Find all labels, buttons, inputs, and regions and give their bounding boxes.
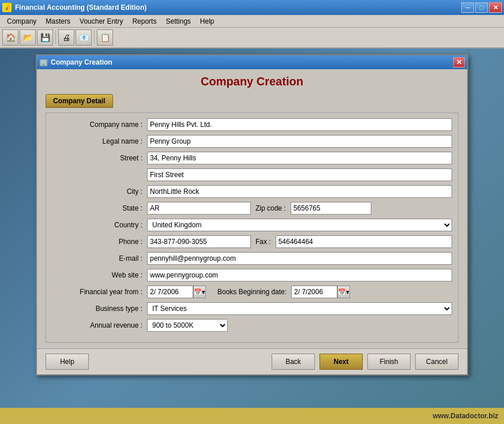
toolbar-copy[interactable]: 📋 bbox=[97, 29, 113, 46]
toolbar-email[interactable]: 📧 bbox=[76, 29, 92, 46]
legal-name-row: Legal name : bbox=[52, 134, 452, 148]
menu-company[interactable]: Company bbox=[2, 16, 41, 27]
toolbar: 🏠 📂 💾 🖨 📧 📋 bbox=[0, 28, 504, 48]
email-label: E-mail : bbox=[52, 254, 147, 262]
website-input[interactable] bbox=[147, 269, 452, 282]
fax-label: Fax : bbox=[255, 238, 271, 246]
books-beginning-group: 📅▾ bbox=[291, 286, 350, 298]
status-bar: www.Datadoctor.biz bbox=[0, 408, 504, 424]
dialog-content: Company Creation Company Detail Company … bbox=[37, 69, 467, 348]
dialog-close-button[interactable]: ✕ bbox=[453, 57, 465, 67]
business-type-row: Business type : IT Services Manufacturin… bbox=[52, 302, 452, 316]
toolbar-separator bbox=[55, 31, 56, 44]
legal-name-input[interactable] bbox=[147, 135, 452, 148]
zip-label: Zip code : bbox=[255, 204, 286, 212]
app-title: Financial Accounting (Standard Edition) bbox=[15, 3, 146, 12]
zip-input[interactable] bbox=[291, 202, 371, 215]
state-input[interactable] bbox=[147, 202, 251, 215]
menu-voucher-entry[interactable]: Voucher Entry bbox=[75, 16, 127, 27]
dialog-title: Company Creation bbox=[51, 58, 112, 66]
books-beginning-input[interactable] bbox=[291, 286, 337, 298]
minimize-button[interactable]: ─ bbox=[461, 2, 474, 13]
dialog-icon: 🏢 bbox=[39, 58, 48, 66]
annual-revenue-row: Annual revenue : 900 to 5000K Under 900K… bbox=[52, 318, 452, 332]
status-text: www.Datadoctor.biz bbox=[432, 412, 498, 420]
title-bar: 💰 Financial Accounting (Standard Edition… bbox=[0, 0, 504, 15]
title-bar-left: 💰 Financial Accounting (Standard Edition… bbox=[2, 3, 146, 12]
city-input[interactable] bbox=[147, 185, 452, 198]
phone-input[interactable] bbox=[147, 235, 251, 248]
toolbar-print[interactable]: 🖨 bbox=[58, 29, 74, 46]
books-beginning-label: Books Beginning date: bbox=[217, 288, 287, 296]
business-type-label: Business type : bbox=[52, 305, 147, 313]
financial-year-label: Financial year from : bbox=[52, 288, 147, 296]
state-label: State : bbox=[52, 204, 147, 212]
business-type-select[interactable]: IT Services Manufacturing Retail Finance… bbox=[147, 302, 452, 315]
legal-name-label: Legal name : bbox=[52, 137, 147, 145]
toolbar-open[interactable]: 📂 bbox=[20, 29, 36, 46]
dialog-footer: Help Back Next Finish Cancel bbox=[37, 348, 467, 374]
state-zip-row: State : Zip code : bbox=[52, 201, 452, 215]
menu-bar: Company Masters Voucher Entry Reports Se… bbox=[0, 15, 504, 28]
maximize-button[interactable]: □ bbox=[475, 2, 488, 13]
city-label: City : bbox=[52, 187, 147, 196]
form-title: Company Creation bbox=[46, 75, 458, 88]
content-area: 🏢 Company Creation ✕ Company Creation Co… bbox=[0, 48, 504, 408]
help-button[interactable]: Help bbox=[46, 354, 89, 370]
menu-masters[interactable]: Masters bbox=[41, 16, 75, 27]
phone-label: Phone : bbox=[52, 238, 147, 246]
cancel-button[interactable]: Cancel bbox=[415, 354, 458, 370]
financial-year-row: Financial year from : 📅▾ Books Beginning… bbox=[52, 285, 452, 299]
street-input-2[interactable] bbox=[147, 168, 452, 181]
country-select[interactable]: United Kingdom United States India Canad… bbox=[147, 219, 452, 231]
finish-button[interactable]: Finish bbox=[367, 354, 411, 370]
company-name-label: Company name : bbox=[52, 121, 147, 129]
street-input-1[interactable] bbox=[147, 152, 452, 164]
email-input[interactable] bbox=[147, 252, 452, 265]
street-row-2 bbox=[52, 168, 452, 182]
financial-year-group: 📅▾ bbox=[147, 286, 206, 298]
close-button[interactable]: ✕ bbox=[489, 2, 502, 13]
back-button[interactable]: Back bbox=[272, 354, 315, 370]
website-row: Web site : bbox=[52, 268, 452, 282]
fax-input[interactable] bbox=[276, 235, 452, 248]
toolbar-home[interactable]: 🏠 bbox=[2, 29, 18, 46]
annual-revenue-select[interactable]: 900 to 5000K Under 900K 5000K to 10000K … bbox=[147, 319, 228, 332]
form-section: Company name : Legal name : Street : bbox=[46, 112, 458, 343]
toolbar-separator-2 bbox=[94, 31, 95, 44]
toolbar-save[interactable]: 💾 bbox=[37, 29, 53, 46]
footer-right-buttons: Back Next Finish Cancel bbox=[272, 354, 458, 370]
phone-fax-row: Phone : Fax : bbox=[52, 235, 452, 249]
title-bar-controls: ─ □ ✕ bbox=[461, 2, 502, 13]
app-icon: 💰 bbox=[2, 3, 12, 12]
main-window: 💰 Financial Accounting (Standard Edition… bbox=[0, 0, 504, 424]
country-row: Country : United Kingdom United States I… bbox=[52, 218, 452, 232]
city-row: City : bbox=[52, 185, 452, 198]
company-creation-dialog: 🏢 Company Creation ✕ Company Creation Co… bbox=[36, 54, 468, 376]
country-label: Country : bbox=[52, 221, 147, 229]
street-row-1: Street : bbox=[52, 151, 452, 165]
dialog-title-bar: 🏢 Company Creation ✕ bbox=[37, 55, 467, 69]
company-name-row: Company name : bbox=[52, 118, 452, 132]
menu-settings[interactable]: Settings bbox=[161, 16, 195, 27]
website-label: Web site : bbox=[52, 271, 147, 279]
email-row: E-mail : bbox=[52, 252, 452, 265]
menu-reports[interactable]: Reports bbox=[127, 16, 161, 27]
company-detail-tab[interactable]: Company Detail bbox=[46, 94, 113, 108]
next-button[interactable]: Next bbox=[319, 354, 363, 370]
financial-year-calendar-button[interactable]: 📅▾ bbox=[193, 286, 206, 298]
company-name-input[interactable] bbox=[147, 118, 452, 131]
street-label: Street : bbox=[52, 154, 147, 162]
financial-year-input[interactable] bbox=[147, 286, 193, 298]
dialog-title-left: 🏢 Company Creation bbox=[39, 58, 112, 66]
books-beginning-calendar-button[interactable]: 📅▾ bbox=[337, 286, 350, 298]
annual-revenue-label: Annual revenue : bbox=[52, 321, 147, 329]
menu-help[interactable]: Help bbox=[195, 16, 219, 27]
